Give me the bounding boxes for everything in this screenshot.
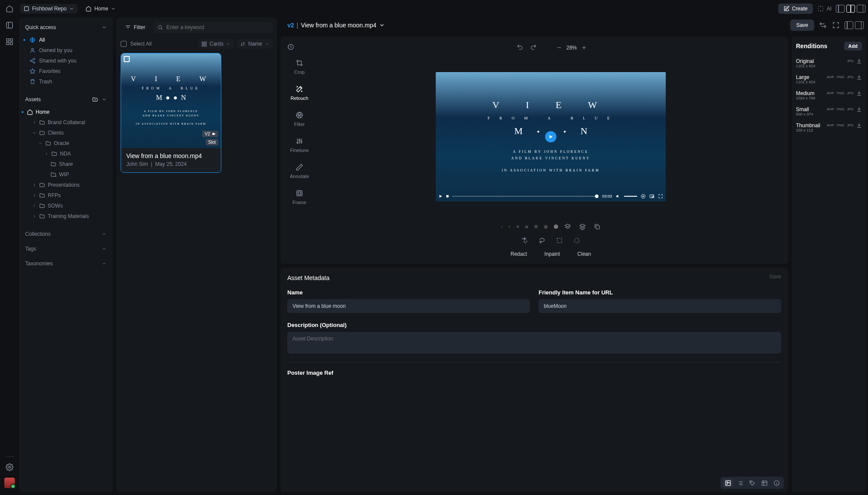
user-avatar[interactable] — [4, 478, 15, 488]
nav-owned[interactable]: Owned by you — [19, 45, 113, 56]
zoom-in[interactable]: + — [582, 44, 586, 52]
fullscreen-icon[interactable] — [658, 194, 663, 199]
assets-header[interactable]: Assets — [19, 92, 113, 107]
file-title[interactable]: v2 | View from a blue moon.mp4 — [283, 19, 389, 31]
home-icon[interactable] — [5, 4, 14, 13]
tool-retouch[interactable]: Retouch — [291, 85, 309, 101]
filter-button[interactable]: Filter — [121, 22, 150, 33]
image-tab-icon[interactable] — [723, 478, 733, 487]
quick-access-header[interactable]: Quick access — [19, 20, 113, 35]
rendition-item[interactable]: Large AVIFPNGJPG 1101 x 824 — [796, 74, 862, 84]
download-icon[interactable] — [856, 106, 862, 112]
layout-right-icon[interactable] — [857, 5, 865, 13]
tree-presentations[interactable]: Presentations — [19, 180, 113, 190]
layout-right-icon[interactable] — [855, 21, 864, 29]
nav-shared[interactable]: Shared with you — [19, 56, 113, 66]
settings-icon[interactable] — [5, 463, 14, 472]
play-button[interactable] — [545, 131, 556, 142]
download-icon[interactable] — [856, 74, 862, 80]
tree-clients[interactable]: Clients — [19, 128, 113, 138]
nav-favorites[interactable]: Favorites — [19, 66, 113, 76]
history-icon[interactable] — [286, 43, 295, 51]
add-rendition-button[interactable]: Add — [844, 42, 862, 50]
tree-nda[interactable]: NDA — [19, 148, 113, 159]
magic-select-icon[interactable] — [521, 237, 528, 244]
tool-finetune[interactable]: Finetune — [290, 137, 309, 153]
list-tab-icon[interactable] — [735, 478, 745, 487]
fullscreen-icon[interactable] — [832, 21, 840, 30]
tree-brand[interactable]: Brand Collateral — [19, 117, 113, 128]
tags-header[interactable]: Tags — [19, 241, 113, 256]
collections-header[interactable]: Collections — [19, 227, 113, 241]
panels-icon[interactable] — [5, 21, 14, 30]
scrub-start-icon[interactable] — [446, 195, 449, 198]
ai-redact[interactable]: Redact — [510, 251, 527, 257]
swap-icon[interactable] — [819, 21, 827, 30]
nav-all[interactable]: All — [19, 35, 113, 45]
tool-frame[interactable]: Frame — [293, 189, 306, 205]
tool-crop[interactable]: Crop — [294, 59, 305, 75]
mask-icon[interactable] — [579, 223, 586, 230]
clone-icon[interactable] — [594, 223, 601, 230]
tree-sows[interactable]: SOWs — [19, 201, 113, 211]
create-button[interactable]: Create — [778, 3, 813, 14]
taxonomies-header[interactable]: Taxonomies — [19, 256, 113, 271]
rect-select-icon[interactable] — [556, 237, 563, 244]
layout-center-icon[interactable] — [846, 5, 855, 13]
download-icon[interactable] — [856, 90, 862, 96]
redo-icon[interactable] — [529, 43, 538, 52]
url-input[interactable] — [539, 299, 781, 313]
rendition-item[interactable]: Thumbnail AVIFPNGJPG 150 x 112 — [796, 122, 862, 132]
folder-plus-icon[interactable] — [92, 96, 98, 102]
lasso-icon[interactable] — [539, 237, 546, 244]
undo-icon[interactable] — [516, 43, 524, 52]
view-mode-select[interactable]: Cards — [198, 39, 234, 49]
repo-selector[interactable]: Fishbowl Repo — [20, 4, 78, 13]
search-input[interactable] — [153, 22, 273, 33]
breadcrumb-home[interactable]: Home — [82, 4, 119, 13]
nav-trash[interactable]: Trash — [19, 76, 113, 87]
pip-icon[interactable] — [649, 194, 654, 199]
video-player[interactable]: V I E W F R O M A B L U E M ● ● N A FILM… — [436, 72, 666, 201]
info-tab-icon[interactable] — [772, 478, 781, 487]
asset-card[interactable]: V I E W FROM A BLUE M ● ● N A FILM BY JO… — [121, 53, 221, 173]
tree-rfps[interactable]: RFPs — [19, 190, 113, 201]
layout-left-icon[interactable] — [845, 21, 853, 29]
ai-clean[interactable]: Clean — [577, 251, 591, 257]
layout-toggle[interactable] — [836, 5, 865, 13]
tree-training[interactable]: Training Materials — [19, 211, 113, 221]
settings-icon[interactable] — [641, 194, 646, 199]
layout-left-icon[interactable] — [836, 5, 845, 13]
tool-annotate[interactable]: Annotate — [290, 163, 309, 179]
rendition-item[interactable]: Medium AVIFPNGJPG 1024 x 766 — [796, 90, 862, 100]
rendition-item[interactable]: Small AVIFPNGJPG 500 x 374 — [796, 106, 862, 116]
tag-tab-icon[interactable] — [747, 478, 757, 487]
save-button[interactable]: Save — [790, 20, 814, 31]
name-input[interactable] — [287, 299, 530, 313]
metadata-save-button[interactable]: Save — [769, 274, 781, 280]
brush-size-picker[interactable] — [501, 224, 558, 229]
select-all[interactable]: Select All — [121, 41, 151, 47]
download-icon[interactable] — [856, 122, 862, 128]
volume-bar[interactable] — [624, 196, 637, 197]
tree-home[interactable]: Home — [19, 107, 113, 117]
ai-inpaint[interactable]: Inpaint — [544, 251, 560, 257]
grid-icon[interactable] — [5, 37, 14, 46]
play-icon[interactable] — [438, 194, 443, 198]
description-input[interactable] — [287, 332, 781, 353]
table-tab-icon[interactable] — [760, 478, 769, 487]
layers-icon[interactable] — [564, 223, 571, 230]
download-icon[interactable] — [856, 58, 862, 64]
rendition-item[interactable]: Original JPG 1101 x 824 — [796, 58, 862, 68]
volume-icon[interactable] — [615, 194, 621, 199]
detail-tabs[interactable] — [720, 477, 784, 489]
tree-wip[interactable]: WIP — [19, 169, 113, 180]
ellipse-select-icon[interactable] — [573, 237, 580, 244]
zoom-out[interactable]: − — [557, 44, 561, 52]
tool-filter[interactable]: Filter — [294, 111, 305, 127]
tree-share[interactable]: Share — [19, 159, 113, 169]
sort-select[interactable]: Name — [237, 39, 273, 49]
ai-toggle[interactable]: AI — [817, 5, 832, 12]
tree-oracle[interactable]: Oracle — [19, 138, 113, 148]
progress-bar[interactable] — [452, 196, 598, 197]
